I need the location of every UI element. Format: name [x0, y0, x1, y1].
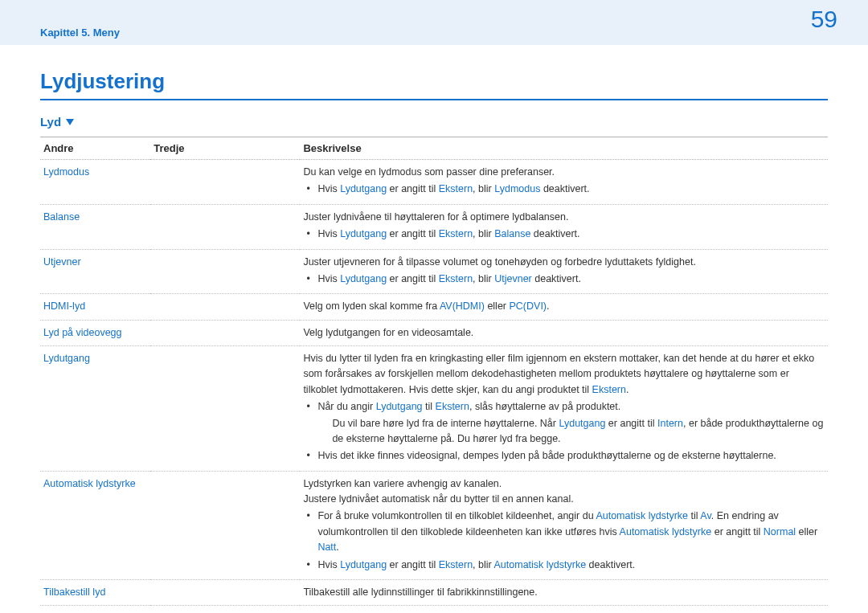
note-lydutgang-1: Når du angir Lydutgang til Ekstern, slås… [303, 399, 825, 447]
row-autolyd: Automatisk lydstyrke Lydstyrken kan vari… [40, 471, 828, 579]
note-autolyd-2: Hvis Lydutgang er angitt til Ekstern, bl… [303, 558, 825, 573]
desc-tilbakestill: Tilbakestill alle lydinnstillinger til f… [300, 579, 828, 605]
note-lydmodus-1: Hvis Lydutgang er angitt til Ekstern, bl… [303, 182, 825, 197]
desc-balanse: Juster lydnivåene til høyttaleren for å … [300, 204, 828, 249]
col-header-tredje: Tredje [150, 137, 300, 160]
desc-autolyd: Lydstyrken kan variere avhengig av kanal… [300, 471, 828, 579]
page-number: 59 [811, 6, 852, 33]
desc-lydmodus: Du kan velge en lydmodus som passer dine… [300, 160, 828, 205]
label-hdmi-lyd: HDMI-lyd [43, 300, 85, 312]
desc-hdmi-lyd: Velg om lyden skal komme fra AV(HDMI) el… [300, 294, 828, 320]
label-lydutgang: Lydutgang [43, 353, 90, 364]
row-lydmodus: Lydmodus Du kan velge en lydmodus som pa… [40, 160, 828, 205]
label-tilbakestill: Tilbakestill lyd [43, 586, 105, 598]
desc-utjevner: Juster utjevneren for å tilpasse volumet… [300, 249, 828, 294]
table-header-row: Andre Tredje Beskrivelse [40, 137, 828, 160]
col-header-andre: Andre [40, 137, 150, 160]
row-balanse: Balanse Juster lydnivåene til høyttalere… [40, 204, 828, 249]
desc-lydutgang: Hvis du lytter til lyden fra en kringkas… [300, 346, 828, 472]
label-utjevner: Utjevner [43, 256, 81, 268]
row-hdmi-lyd: HDMI-lyd Velg om lyden skal komme fra AV… [40, 294, 828, 320]
section-lyd-header: Lyd [40, 115, 828, 129]
page-title: Lydjustering [40, 69, 828, 100]
row-utjevner: Utjevner Juster utjevneren for å tilpass… [40, 249, 828, 294]
triangle-down-icon [66, 119, 74, 125]
subnote-lydutgang: Du vil bare høre lyd fra de interne høyt… [332, 416, 825, 447]
desc-videovegg: Velg lydutgangen for en videosamtale. [300, 320, 828, 345]
label-lydmodus: Lydmodus [43, 166, 89, 178]
section-lyd-label: Lyd [40, 115, 61, 129]
header-bar: Kapittel 5. Meny 59 [0, 0, 868, 45]
note-utjevner-1: Hvis Lydutgang er angitt til Ekstern, bl… [303, 272, 825, 287]
row-videovegg: Lyd på videovegg Velg lydutgangen for en… [40, 320, 828, 345]
note-balanse-1: Hvis Lydutgang er angitt til Ekstern, bl… [303, 227, 825, 242]
label-autolyd: Automatisk lydstyrke [43, 478, 136, 489]
note-autolyd-1: For å bruke volumkontrollen til en tilko… [303, 509, 825, 555]
settings-table: Andre Tredje Beskrivelse Lydmodus Du kan… [40, 137, 828, 606]
row-tilbakestill: Tilbakestill lyd Tilbakestill alle lydin… [40, 579, 828, 605]
row-lydutgang: Lydutgang Hvis du lytter til lyden fra e… [40, 346, 828, 472]
content-area: Lydjustering Lyd Andre Tredje Beskrivels… [0, 45, 868, 613]
chapter-label: Kapittel 5. Meny [40, 27, 120, 39]
label-videovegg: Lyd på videovegg [43, 327, 122, 338]
note-lydutgang-2: Hvis det ikke finnes videosignal, dempes… [303, 448, 825, 464]
label-balanse: Balanse [43, 211, 80, 223]
col-header-beskrivelse: Beskrivelse [300, 137, 828, 160]
